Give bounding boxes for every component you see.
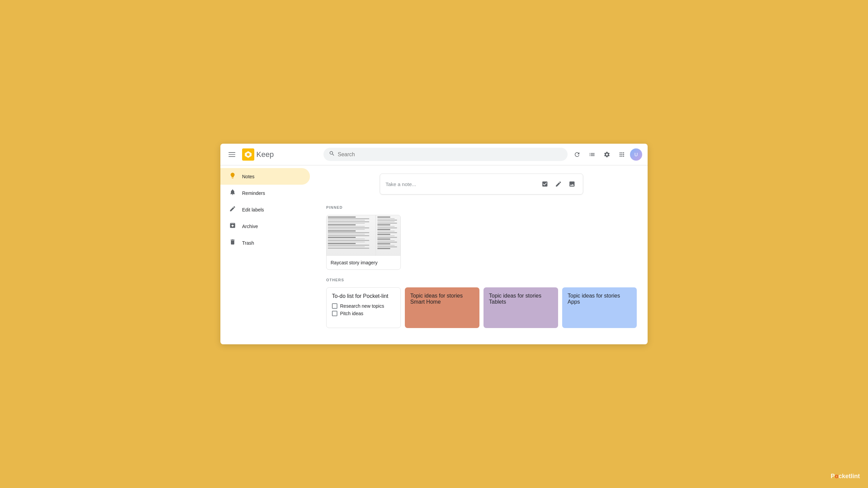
note-input-icons	[539, 179, 577, 189]
logo-text: Keep	[256, 150, 274, 159]
note-input-box[interactable]: Take a note...	[380, 174, 583, 195]
raycast-title: Raycast story imagery	[327, 256, 400, 269]
logo-area[interactable]: Keep	[242, 148, 274, 161]
content-area: Take a note...	[315, 165, 648, 344]
list-view-button[interactable]	[585, 148, 599, 161]
edit-labels-icon	[229, 205, 237, 214]
smart-home-title: Topic ideas for stories Smart Home	[410, 293, 474, 305]
tablets-title: Topic ideas for stories Tablets	[489, 293, 553, 305]
notes-label: Notes	[242, 174, 255, 179]
main-area: Notes Reminders Edit labels	[220, 165, 648, 344]
note-card-smart-home[interactable]: Topic ideas for stories Smart Home	[405, 287, 479, 328]
others-section: OTHERS To-do list for Pocket-lint Resear…	[326, 278, 637, 328]
image-icon[interactable]	[567, 179, 577, 189]
svg-rect-1	[229, 154, 235, 155]
note-card-todo[interactable]: To-do list for Pocket-lint Research new …	[326, 287, 401, 328]
archive-label: Archive	[242, 224, 258, 229]
svg-rect-2	[229, 156, 235, 157]
search-bar[interactable]	[323, 148, 568, 161]
sidebar-item-archive[interactable]: Archive	[220, 218, 310, 235]
note-card-apps[interactable]: Topic ideas for stories Apps	[562, 287, 637, 328]
others-notes-grid: To-do list for Pocket-lint Research new …	[326, 287, 637, 328]
sidebar-item-trash[interactable]: Trash	[220, 235, 310, 251]
svg-point-4	[247, 153, 250, 156]
header-right: U	[570, 148, 642, 161]
todo-item-1: Research new topics	[332, 303, 395, 309]
search-input[interactable]	[338, 151, 562, 158]
todo-text-2: Pitch ideas	[340, 311, 363, 316]
pinned-label: PINNED	[326, 205, 637, 209]
pinned-notes-grid: Raycast story imagery	[326, 215, 637, 270]
orange-dot: o	[835, 473, 839, 480]
todo-text-1: Research new topics	[340, 303, 384, 309]
sidebar-item-edit-labels[interactable]: Edit labels	[220, 201, 310, 218]
edit-labels-label: Edit labels	[242, 207, 264, 212]
raycast-image	[327, 215, 400, 256]
user-avatar[interactable]: U	[630, 148, 642, 161]
checkbox-icon[interactable]	[539, 179, 550, 189]
reminders-label: Reminders	[242, 190, 265, 196]
refresh-button[interactable]	[570, 148, 584, 161]
search-icon	[329, 150, 335, 158]
svg-rect-0	[229, 152, 235, 153]
header-left: Keep	[226, 148, 321, 161]
archive-icon	[229, 222, 237, 230]
sidebar: Notes Reminders Edit labels	[220, 165, 315, 344]
sidebar-item-reminders[interactable]: Reminders	[220, 185, 310, 201]
pen-icon[interactable]	[553, 179, 564, 189]
header: Keep	[220, 144, 648, 165]
note-input-placeholder: Take a note...	[386, 181, 539, 187]
pinned-section: PINNED	[326, 205, 637, 270]
note-card-tablets[interactable]: Topic ideas for stories Tablets	[484, 287, 558, 328]
pocketlint-watermark: Pocketlint	[831, 473, 860, 480]
todo-checkbox-2[interactable]	[332, 311, 337, 316]
others-label: OTHERS	[326, 278, 637, 282]
todo-checkbox-1[interactable]	[332, 303, 337, 309]
reminders-icon	[229, 189, 237, 197]
todo-item-2: Pitch ideas	[332, 311, 395, 316]
apps-button[interactable]	[615, 148, 629, 161]
app-window: Keep	[220, 144, 648, 344]
settings-button[interactable]	[600, 148, 614, 161]
trash-label: Trash	[242, 240, 254, 246]
keep-logo-icon	[242, 148, 254, 161]
note-card-raycast[interactable]: Raycast story imagery	[326, 215, 401, 270]
trash-icon	[229, 239, 237, 247]
todo-title: To-do list for Pocket-lint	[332, 293, 395, 299]
menu-button[interactable]	[226, 148, 238, 161]
apps-title: Topic ideas for stories Apps	[568, 293, 631, 305]
notes-icon	[229, 172, 237, 181]
sidebar-item-notes[interactable]: Notes	[220, 168, 310, 185]
